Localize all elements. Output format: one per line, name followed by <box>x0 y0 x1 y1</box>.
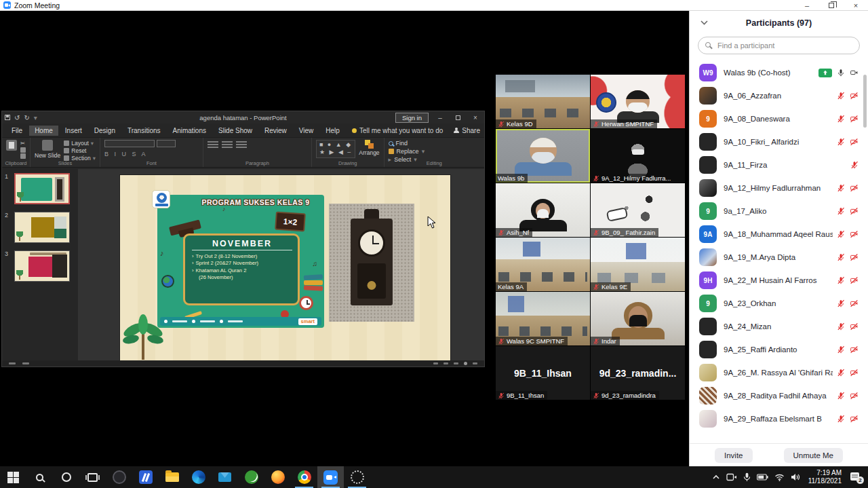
scrollbar-thumb[interactable] <box>863 75 867 128</box>
search-input[interactable] <box>698 37 860 54</box>
taskbar-lens-icon[interactable] <box>344 466 370 488</box>
close-button[interactable]: × <box>844 0 868 11</box>
align-buttons[interactable] <box>222 141 233 148</box>
taskbar-edge-icon[interactable] <box>185 466 212 488</box>
chevron-down-icon[interactable] <box>701 20 708 25</box>
volume-icon[interactable] <box>791 473 800 481</box>
action-center-icon[interactable]: 2 <box>850 472 863 483</box>
ppt-restore-button[interactable] <box>452 114 464 121</box>
taskbar-clock[interactable]: 7:19 AM 11/18/2021 <box>808 469 842 486</box>
taskbar-mail-icon[interactable] <box>212 466 238 488</box>
wifi-icon[interactable] <box>774 474 785 481</box>
battery-icon[interactable] <box>757 474 768 481</box>
video-tile[interactable]: 9B_11_Ihsan 9B_11_Ihsan <box>496 346 590 400</box>
participant-row[interactable]: 9A_28_Raditya Fadhil Athaya <box>690 384 868 407</box>
qat-dropdown-icon[interactable]: ▾ <box>34 114 37 121</box>
meet-now-icon[interactable] <box>726 473 737 481</box>
participant-row[interactable]: 9A_26_M. Rassya Al 'Ghifari Rasy... <box>690 361 868 384</box>
shapes-gallery[interactable]: ■ ● ▲ ◆★ ▶ ◀ ‒ <box>316 140 355 158</box>
ppt-tab-transitions[interactable]: Transitions <box>122 126 166 136</box>
taskbar-file-explorer-icon[interactable] <box>159 466 185 488</box>
participant-row[interactable]: 9A_24_Mizan <box>690 315 868 338</box>
indent-buttons[interactable] <box>236 141 247 148</box>
video-tile[interactable]: Asih_Nf <box>496 183 590 237</box>
video-tile[interactable]: Indar <box>591 292 685 345</box>
participant-row[interactable]: 9A_19_M.Arya Dipta <box>690 246 868 269</box>
hidden-icons-chevron[interactable] <box>712 474 720 481</box>
video-tile[interactable]: Kelas 9E <box>591 238 685 291</box>
taskbar-movies-app-icon[interactable] <box>132 466 159 488</box>
ppt-tab-view[interactable]: View <box>294 126 319 136</box>
taskbar-firefox-icon[interactable] <box>264 466 291 488</box>
invite-button[interactable]: Invite <box>715 448 753 463</box>
new-slide-button[interactable]: New Slide <box>35 140 60 159</box>
ppt-tab-home[interactable]: Home <box>29 126 58 136</box>
font-name-combobox[interactable] <box>104 140 155 147</box>
video-tile[interactable]: Walas 9b <box>496 129 590 183</box>
taskbar-chrome-icon[interactable] <box>291 466 317 488</box>
video-tile[interactable]: 9B_09_ Fathir.zain <box>591 183 685 237</box>
copy-button[interactable] <box>20 147 26 153</box>
ppt-tab-help[interactable]: Help <box>320 126 345 136</box>
font-style-buttons[interactable]: B I U S A <box>104 151 148 157</box>
powerpoint-window[interactable]: ↺ ↻ ▾ agenda hataman - PowerPoint Sign i… <box>1 111 485 367</box>
ppt-tab-slide-show[interactable]: Slide Show <box>213 126 258 136</box>
layout-button[interactable]: Layout ▾ <box>64 140 96 147</box>
microphone-icon[interactable] <box>743 472 751 482</box>
taskbar-start-icon[interactable] <box>0 466 26 488</box>
ppt-share-button[interactable]: Share <box>454 127 480 134</box>
participant-row[interactable]: 9 9A_08_Daneswara <box>690 107 868 130</box>
taskbar-task-view-icon[interactable] <box>79 466 106 488</box>
arrange-button[interactable]: Arrange <box>359 140 379 156</box>
cut-button[interactable]: ✂ <box>20 140 26 147</box>
replace-button[interactable]: Replace ▾ <box>389 148 425 155</box>
participant-row[interactable]: 9A_10_Fikri_ Alfaridzi <box>690 130 868 153</box>
slide-thumbnail-2[interactable]: 2 <box>5 212 74 243</box>
font-size-combobox[interactable] <box>157 140 176 147</box>
participant-row[interactable]: 9A_12_Hilmy Fadlurrahman <box>690 176 868 200</box>
save-icon[interactable] <box>5 115 10 120</box>
bullet-list-buttons[interactable] <box>208 141 218 148</box>
video-tile[interactable]: 9d_23_ramadin... 9d_23_ramadindra <box>591 346 685 400</box>
ppt-tab-design[interactable]: Design <box>89 126 121 136</box>
participant-row[interactable]: 9A 9A_18_Muhammad Aqeel Rausya... <box>690 223 868 246</box>
video-tile[interactable]: Walas 9C SMPITNF <box>496 292 590 345</box>
video-tile[interactable]: 9A_12_Hilmy Fadlurra... <box>591 129 685 183</box>
ppt-tab-review[interactable]: Review <box>259 126 292 136</box>
ppt-tab-insert[interactable]: Insert <box>60 126 87 136</box>
zoom-slider[interactable] <box>464 362 467 365</box>
tell-me-box[interactable]: Tell me what you want to do <box>352 127 443 134</box>
ppt-close-button[interactable]: × <box>469 114 481 121</box>
unmute-me-button[interactable]: Unmute Me <box>784 448 843 463</box>
participant-row[interactable]: 9 9A_23_Orkhan <box>690 292 868 315</box>
minimize-button[interactable]: – <box>795 0 819 11</box>
participant-row[interactable]: 9A_11_Firza <box>690 153 868 176</box>
undo-icon[interactable]: ↺ <box>14 114 20 121</box>
participant-row[interactable]: 9H 9A_22_M Husain Al Farros <box>690 269 868 292</box>
video-tile[interactable]: Herwan SMPITNF <box>591 75 685 128</box>
sign-in-button[interactable]: Sign in <box>395 113 429 123</box>
restore-button[interactable] <box>819 0 844 11</box>
redo-icon[interactable]: ↻ <box>24 114 29 121</box>
ppt-tab-file[interactable]: File <box>6 126 28 136</box>
taskbar-zoom-icon[interactable] <box>317 466 344 488</box>
ppt-tab-animations[interactable]: Animations <box>167 126 212 136</box>
taskbar-xbox-icon[interactable] <box>238 466 264 488</box>
taskbar-cortana-icon[interactable] <box>53 466 79 488</box>
participant-row[interactable]: 9A_25_Raffi Ardianto <box>690 338 868 361</box>
slide-thumbnail-3[interactable]: 3 <box>5 250 74 282</box>
participant-row[interactable]: W9 Walas 9b (Co-host) <box>690 61 868 84</box>
taskbar-search-icon[interactable] <box>26 466 53 488</box>
taskbar-dark-app-icon[interactable] <box>106 466 132 488</box>
paste-button[interactable] <box>6 140 17 151</box>
video-tile[interactable]: Kelas 9D <box>496 75 590 128</box>
find-button[interactable]: Find <box>389 140 425 147</box>
participant-row[interactable]: 9 9a_17_Aliko <box>690 200 868 223</box>
slide-thumbnail-1[interactable]: 1 <box>5 173 74 204</box>
participant-row[interactable]: 9A_06_Azzafran <box>690 84 868 107</box>
format-painter-button[interactable] <box>20 153 26 159</box>
video-tile[interactable]: Kelas 9A <box>496 238 590 291</box>
view-and-zoom-controls[interactable] <box>433 362 477 365</box>
reset-button[interactable]: Reset <box>64 147 96 154</box>
ppt-minimize-button[interactable]: – <box>434 114 446 121</box>
